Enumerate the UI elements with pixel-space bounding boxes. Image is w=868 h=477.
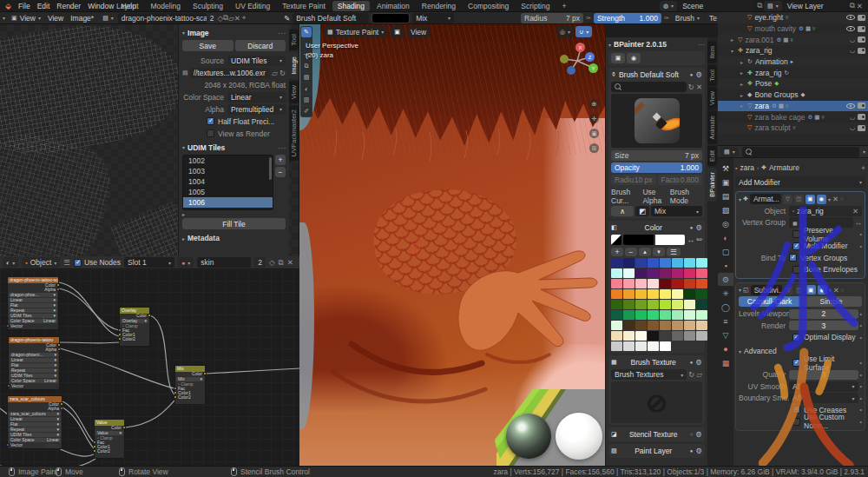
palette-swatch[interactable] [623,341,635,351]
remove-modifier-icon[interactable]: ✕ [833,286,839,295]
palette-swatch[interactable] [623,331,635,341]
palette-swatch[interactable] [648,279,659,288]
outliner-row-mouth-cavity[interactable]: ▽mouth cavity⚙▦▿ [718,23,868,35]
disable-render-toggle[interactable] [858,36,865,43]
properties-editor-icon[interactable]: ▤▾ [720,147,739,157]
view-layer-copy-icon[interactable]: ⧉ [850,1,855,10]
palette-swatch[interactable] [696,321,707,330]
stencil-pin-dot-icon[interactable]: ○ [690,432,694,437]
tile-expand-icon[interactable]: ▸ [182,211,185,217]
show-render-toggle[interactable]: ◉ [818,285,827,295]
slot-dropdown[interactable]: Slot 1▾ [124,257,174,268]
tab-view[interactable]: View [289,81,299,103]
outliner-row-animation[interactable]: ▸↻Animation▸ [718,56,868,68]
panel-options-icon[interactable]: ⋯ [279,143,286,152]
breadcrumb-data[interactable]: Armature [769,163,799,172]
udim-tile-1004[interactable]: 1004 [183,176,273,187]
menu-image[interactable]: Image* [67,14,97,23]
palette-swatch[interactable] [684,321,695,330]
image-datablock-name[interactable]: dragon-phoenix-tattoo-scale-shadow [118,13,207,23]
menu-file[interactable]: File [15,2,34,10]
tab-animate[interactable]: Animate [707,111,717,144]
viewport-3d[interactable]: ✎◌↝⧉▨◐▥✐ ▦ Texture Paint▾ ▣ View ◎▾ ∪▾ ▢… [299,24,605,466]
properties-tab-object-data[interactable]: ▽ [718,328,733,341]
properties-tab-scene[interactable]: ◎ [718,217,733,230]
palette-swatch[interactable] [623,289,635,299]
palette-swatch[interactable] [660,341,671,351]
palette-swatch[interactable] [611,289,622,299]
bp-radius-slider[interactable]: Radiu10 px [611,175,656,185]
node-image-texture[interactable]: zara_scar_colours Color Alpha zara_scar_… [7,395,62,449]
folder-icon[interactable]: ▱ [696,370,702,379]
palette-swatch[interactable] [696,300,707,309]
palette-swatch[interactable] [623,279,635,288]
palette-remove-button[interactable]: − [625,248,637,256]
remove-modifier-icon[interactable]: ✕ [832,195,838,203]
bpainter-mask-mode-button[interactable]: ◉ [627,53,641,63]
properties-tab-output[interactable]: ▤ [718,189,733,202]
tool-mask[interactable]: ◐ [301,83,312,94]
render-levels-field[interactable]: 3 [789,321,858,330]
show-viewport-toggle[interactable]: ▣ [806,285,816,295]
outliner-row-zara-rig[interactable]: ▸✚zara_rig↻ [718,67,868,78]
palette-swatch[interactable] [696,310,707,320]
color-settings-gear-icon[interactable]: ⚙ [695,223,702,232]
brush-menu-dropdown[interactable]: Brush▾ [672,13,703,23]
collapse-chevron-icon[interactable]: ▾ [3,15,5,21]
expand-arrow-icon[interactable]: ▸ [739,81,745,87]
workspace-tab-scripting[interactable]: Scripting [516,1,555,11]
palette-swatch[interactable] [672,258,683,268]
discard-button[interactable]: Discard [235,40,286,51]
brush-color-swatch[interactable] [372,13,410,23]
properties-tab-collection[interactable]: ▢ [718,245,733,258]
show-in-edit-toggle[interactable]: ◫ [795,285,805,295]
outliner-row-zara-001[interactable]: ▸▽zara.001⚙▦▿◡ [718,34,868,45]
outliner-row-pose[interactable]: ▸✚Pose◆ [718,78,868,89]
interaction-mode-dropdown[interactable]: ▦ Texture Paint▾ [324,26,387,37]
brush-mode-dropdown[interactable]: Mix▾ [651,206,702,216]
material-users-count[interactable]: 2 [254,257,266,268]
palette-swatch[interactable] [611,300,622,309]
breadcrumb-object[interactable]: zara [740,163,754,172]
source-dropdown[interactable]: UDIM Tiles▾ [227,56,286,66]
viewport-zoom-control[interactable]: ⊕ [589,99,599,109]
armature-object-field[interactable]: ▫zara_rig✕ [789,206,862,216]
palette-swatch[interactable] [623,300,635,309]
bind-vertex-groups-checkbox[interactable] [789,254,797,262]
brush-name-field[interactable]: Brush Default Soft [293,13,369,23]
image-selector[interactable]: dragon-phoe...▾ [9,293,57,298]
texture-pin-dot-icon[interactable]: ● [690,360,694,365]
workspace-tab-uv-editing[interactable]: UV Editing [230,1,275,11]
layer-settings-gear-icon[interactable]: ⚙ [695,447,702,455]
foreground-color-swatch[interactable] [623,235,654,245]
brush-icon[interactable]: ✎ [284,14,290,23]
node-dropdown[interactable]: Flat▾ [9,303,57,308]
panel-options-icon[interactable]: ⋯ [698,40,706,49]
node-dropdown[interactable]: Flat▾ [9,422,61,427]
palette-swatch[interactable] [696,279,707,288]
view-layer-selector[interactable]: View Layer [784,1,848,11]
boundary-smooth-dropdown[interactable]: All▾ [789,393,858,403]
palette-swatch[interactable] [611,321,622,330]
clear-icon[interactable]: ✕ [696,83,702,91]
disable-render-toggle[interactable] [858,125,865,131]
radius-slider[interactable]: Radius7 px [521,13,583,23]
image-editor-mode-dropdown[interactable]: ▣View▾ [8,13,44,23]
viewport-view-menu[interactable]: View [407,26,430,37]
palette-swatch[interactable] [635,300,647,309]
default-colors-icon[interactable] [611,235,621,245]
radius-pressure-icon[interactable]: ✑ [586,15,591,22]
tab-tool[interactable]: Tool [707,65,717,86]
palette-swatch[interactable] [672,310,683,320]
properties-tab-material[interactable]: ● [718,342,733,355]
disable-render-toggle[interactable] [858,103,865,109]
palette-swatch[interactable] [660,268,671,278]
outliner-row-zara-bake-cage[interactable]: ▽zara bake cage⚙▦▿◡ [718,111,868,123]
palette-swatch[interactable] [684,268,695,278]
bp-factor-slider[interactable]: Facto0.800 [658,175,703,185]
tab-image[interactable]: Image [289,52,299,79]
outliner-row-zara[interactable]: ▸▽zara⚙▦▿ [718,101,868,112]
blender-logo-icon[interactable]: ⬙ [5,2,11,10]
viewport-move-control[interactable]: ✛ [589,114,599,123]
remove-tile-button[interactable]: − [275,167,286,177]
